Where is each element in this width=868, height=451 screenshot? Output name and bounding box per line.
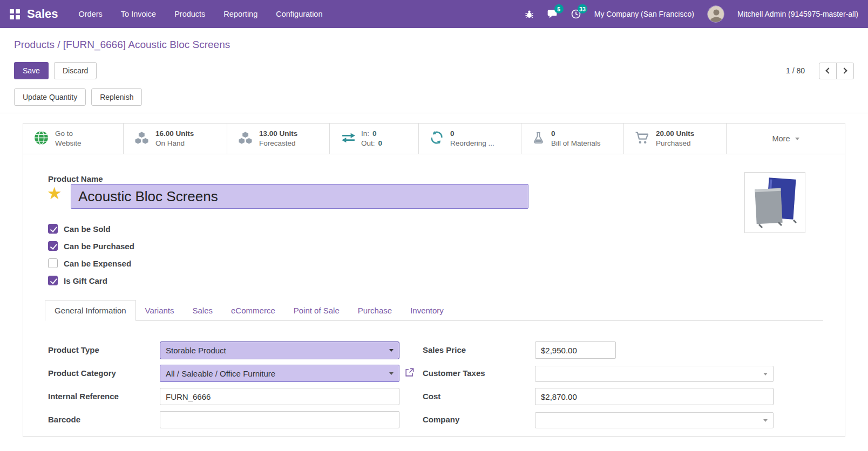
main-menu: Orders To Invoice Products Reporting Con… [79, 10, 323, 18]
flask-icon [532, 131, 545, 147]
sales-price-label: Sales Price [423, 345, 466, 354]
transfer-arrows-icon [341, 131, 356, 147]
refresh-icon [430, 131, 444, 147]
checkbox-row-can-be-sold: Can be Sold [48, 224, 111, 234]
can-be-expensed-checkbox[interactable] [48, 258, 58, 268]
product-category-field[interactable]: All / Saleable / Office Furniture [160, 365, 399, 382]
globe-icon [34, 131, 49, 147]
menu-configuration[interactable]: Configuration [276, 10, 322, 18]
product-category-label: Product Category [48, 368, 116, 378]
pager [819, 63, 854, 79]
internal-reference-label: Internal Reference [48, 392, 119, 401]
is-gift-card-checkbox[interactable] [48, 276, 58, 285]
app-name[interactable]: Sales [27, 7, 58, 21]
product-type-select[interactable]: Storable Product [160, 341, 399, 359]
user-menu[interactable]: Mitchell Admin (9145975-master-all) [737, 10, 858, 18]
pager-count: 1 / 80 [786, 66, 805, 75]
replenish-button[interactable]: Replenish [91, 88, 142, 106]
is-gift-card-label: Is Gift Card [64, 276, 107, 285]
tab-variants[interactable]: Variants [136, 300, 184, 320]
stat-button-in-out[interactable]: In:0 Out:0 [330, 124, 419, 154]
breadcrumb-separator: / [55, 39, 63, 50]
stat-button-box: Go to Website 16.00 Units On Hand [23, 124, 845, 154]
activities-icon[interactable]: 33 [571, 9, 581, 19]
customer-taxes-label: Customer Taxes [423, 368, 485, 378]
checkbox-row-can-be-expensed: Can be Expensed [48, 258, 131, 268]
checkbox-row-can-be-purchased: Can be Purchased [48, 241, 134, 251]
chevron-down-icon [389, 372, 394, 375]
chevron-down-icon [763, 373, 768, 375]
sales-price-input[interactable] [535, 341, 616, 359]
brand: Sales [10, 7, 58, 21]
tab-inventory[interactable]: Inventory [401, 300, 453, 320]
company-field[interactable] [535, 412, 774, 428]
apps-grid-icon[interactable] [10, 9, 20, 19]
action-buttons-row: Update Quantity Replenish [0, 84, 868, 113]
cost-label: Cost [423, 392, 440, 401]
chevron-left-icon [825, 67, 831, 73]
menu-products[interactable]: Products [174, 10, 205, 18]
chevron-down-icon [763, 419, 768, 422]
breadcrumb-current: [FURN_6666] Acoustic Bloc Screens [63, 39, 230, 50]
cart-icon [635, 131, 649, 147]
activities-badge: 33 [578, 4, 587, 13]
tab-general-information[interactable]: General Information [45, 300, 136, 321]
breadcrumb: Products / [FURN_6666] Acoustic Bloc Scr… [0, 28, 868, 57]
product-type-label: Product Type [48, 345, 99, 354]
stat-button-reordering[interactable]: 0 Reordering ... [419, 124, 521, 154]
chevron-right-icon [841, 67, 847, 73]
can-be-expensed-label: Can be Expensed [64, 259, 131, 268]
can-be-sold-checkbox[interactable] [48, 224, 58, 234]
external-link-icon[interactable] [404, 367, 415, 380]
chevron-down-icon [389, 349, 394, 352]
menu-reporting[interactable]: Reporting [223, 10, 257, 18]
pager-next-button[interactable] [836, 63, 854, 79]
tab-ecommerce[interactable]: eCommerce [222, 300, 284, 320]
save-button[interactable]: Save [14, 62, 49, 79]
product-name-input[interactable] [71, 184, 528, 209]
product-name-label: Product Name [48, 174, 103, 183]
stat-button-purchased[interactable]: 20.00 Units Purchased [624, 124, 727, 154]
messages-badge: 5 [554, 4, 564, 13]
avatar[interactable] [707, 5, 724, 23]
product-image[interactable] [744, 172, 805, 233]
messages-icon[interactable]: 5 [547, 9, 558, 19]
favorite-star-icon[interactable]: ★ [47, 185, 62, 202]
chevron-down-icon [795, 138, 799, 140]
can-be-purchased-checkbox[interactable] [48, 241, 58, 251]
can-be-purchased-label: Can be Purchased [64, 242, 134, 251]
debug-icon[interactable] [525, 10, 534, 19]
tab-point-of-sale[interactable]: Point of Sale [284, 300, 349, 320]
barcode-input[interactable] [160, 411, 399, 428]
stat-button-bill-of-materials[interactable]: 0 Bill of Materials [521, 124, 624, 154]
customer-taxes-field[interactable] [535, 366, 774, 382]
tab-purchase[interactable]: Purchase [349, 300, 401, 320]
cubes-icon [238, 131, 253, 147]
menu-to-invoice[interactable]: To Invoice [121, 10, 156, 18]
update-quantity-button[interactable]: Update Quantity [14, 88, 86, 106]
checkbox-row-is-gift-card: Is Gift Card [48, 276, 107, 285]
barcode-label: Barcode [48, 415, 80, 424]
breadcrumb-link-products[interactable]: Products [14, 39, 55, 50]
cost-input[interactable] [535, 388, 774, 405]
menu-orders[interactable]: Orders [79, 10, 103, 18]
cubes-icon [134, 131, 149, 147]
top-navbar: Sales Orders To Invoice Products Reporti… [0, 0, 868, 28]
notebook-tabs: General Information Variants Sales eComm… [45, 300, 823, 321]
company-switcher[interactable]: My Company (San Francisco) [594, 10, 694, 18]
stat-button-on-hand[interactable]: 16.00 Units On Hand [124, 124, 227, 154]
company-label: Company [423, 415, 459, 424]
form-sheet: Go to Website 16.00 Units On Hand [23, 123, 845, 437]
discard-button[interactable]: Discard [54, 62, 97, 79]
can-be-sold-label: Can be Sold [64, 224, 111, 234]
internal-reference-input[interactable] [160, 388, 399, 405]
control-panel: Save Discard 1 / 80 [0, 57, 868, 84]
pager-previous-button[interactable] [819, 63, 837, 79]
more-button[interactable]: More [727, 124, 845, 154]
tab-sales[interactable]: Sales [184, 300, 222, 320]
stat-button-forecasted[interactable]: 13.00 Units Forecasted [227, 124, 330, 154]
stat-button-go-to-website[interactable]: Go to Website [23, 124, 124, 154]
